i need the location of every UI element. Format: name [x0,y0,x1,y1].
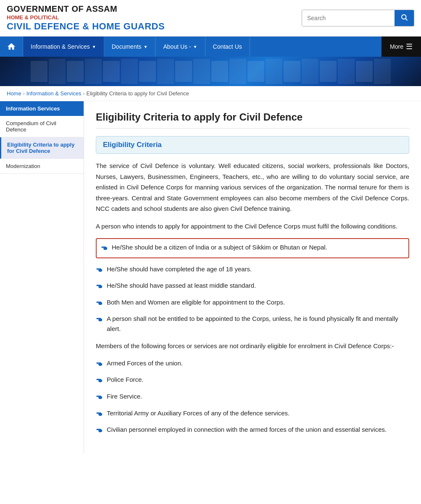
content-paragraph-2: A person who intends to apply for appoin… [96,221,409,232]
banner-pattern [0,57,421,86]
sidebar-item-compendium[interactable]: Compendium of Civil Defence [0,116,84,137]
dept-subtitle: HOME & POLITICAL [7,14,165,21]
condition-item-3: 🖜 He/She should have passed at least mid… [96,281,409,292]
condition-item-5: 🖜 A person shall not be entitled to be a… [96,314,409,334]
condition-text-5: A person shall not be entitled to be app… [107,314,409,334]
condition-text-2: He/She should have completed the age of … [107,264,252,274]
header-search-area [302,10,414,26]
bullet-icon: 🖜 [96,392,103,403]
hamburger-icon: ☰ [406,42,413,51]
nav-item-contact[interactable]: Contact Us [205,37,250,57]
condition-item-2: 🖜 He/She should have completed the age o… [96,264,409,276]
search-button[interactable] [395,10,414,26]
ineligible-text-3: Fire Service. [107,391,142,402]
sidebar: Information Services Compendium of Civil… [0,101,84,453]
nav-item-documents[interactable]: Documents ▼ [104,37,156,57]
ineligible-text-2: Police Force. [107,375,144,385]
home-icon [7,42,16,51]
breadcrumb-separator: › [83,91,84,97]
search-icon [400,13,408,21]
hero-banner [0,57,421,86]
bullet-icon: 🖜 [101,243,108,254]
ineligible-item-5: 🖜 Civilian personnel employed in connect… [96,425,409,436]
condition-text-4: Both Men and Women are eligible for appo… [107,297,285,307]
main-layout: Information Services Compendium of Civil… [0,101,421,453]
condition-text-3: He/She should have passed at least middl… [107,281,256,291]
content-paragraph-1: The service of Civil Defence is voluntar… [96,160,409,214]
breadcrumb-current: Eligibility Criteria to apply for Civil … [86,90,189,97]
sidebar-heading: Information Services [0,101,84,116]
ineligible-item-4: 🖜 Territorial Army or Auxiliary Forces o… [96,408,409,420]
ineligible-item-1: 🖜 Armed Forces of the union. [96,358,409,370]
search-box [302,10,414,26]
main-nav: Information & Services ▼ Documents ▼ Abo… [0,37,421,57]
bullet-icon: 🖜 [96,425,103,436]
ineligible-text-5: Civilian personnel employed in connectio… [107,425,387,435]
breadcrumb: Home › Information & Services › Eligibil… [0,86,421,101]
page-title: Eligibility Criteria to apply for Civil … [96,111,409,129]
breadcrumb-home[interactable]: Home [7,90,21,97]
main-content: Eligibility Criteria to apply for Civil … [84,101,421,453]
sidebar-item-eligibility[interactable]: Eligibility Criteria to apply for Civil … [0,137,84,159]
nav-more-button[interactable]: More ☰ [382,37,421,57]
condition-item-4: 🖜 Both Men and Women are eligible for ap… [96,297,409,309]
dropdown-arrow-icon: ▼ [144,45,148,49]
sidebar-item-modernization[interactable]: Modernization [0,159,84,174]
govt-title: GOVERNMENT OF ASSAM [7,4,165,14]
bullet-icon: 🖜 [96,298,103,309]
bullet-icon: 🖜 [96,315,103,326]
condition-item-1: 🖜 He/She should be a citizen of India or… [96,238,409,258]
nav-home-button[interactable] [0,37,23,57]
search-input[interactable] [302,10,395,26]
ineligible-item-2: 🖜 Police Force. [96,375,409,386]
bullet-icon: 🖜 [96,359,103,370]
ineligible-item-3: 🖜 Fire Service. [96,391,409,403]
dept-main-title: CIVIL DEFENCE & HOME GUARDS [7,21,165,32]
site-header: GOVERNMENT OF ASSAM HOME & POLITICAL CIV… [0,0,421,37]
nav-item-info-services[interactable]: Information & Services ▼ [23,37,104,57]
dropdown-arrow-icon: ▼ [193,45,197,49]
svg-point-0 [402,15,406,19]
svg-line-1 [405,18,407,20]
ineligible-list: 🖜 Armed Forces of the union. 🖜 Police Fo… [96,358,409,436]
eligibility-section-box: Eligibility Criteria [96,136,409,154]
ineligible-intro: Members of the following forces or servi… [96,341,409,352]
breadcrumb-info-services[interactable]: Information & Services [26,90,82,97]
dropdown-arrow-icon: ▼ [92,45,96,49]
ineligible-text-1: Armed Forces of the union. [107,358,183,368]
bullet-icon: 🖜 [96,265,103,276]
ineligible-text-4: Territorial Army or Auxiliary Forces of … [107,408,289,418]
banner-blocks [31,59,391,84]
breadcrumb-separator: › [23,91,25,97]
bullet-icon: 🖜 [96,281,103,292]
condition-text-1: He/She should be a citizen of India or a… [112,242,327,252]
conditions-list: 🖜 He/She should be a citizen of India or… [96,238,409,334]
header-branding: GOVERNMENT OF ASSAM HOME & POLITICAL CIV… [7,4,165,32]
eligibility-section-heading: Eligibility Criteria [103,141,402,149]
bullet-icon: 🖜 [96,375,103,386]
bullet-icon: 🖜 [96,409,103,420]
nav-item-about[interactable]: About Us - ▼ [155,37,205,57]
